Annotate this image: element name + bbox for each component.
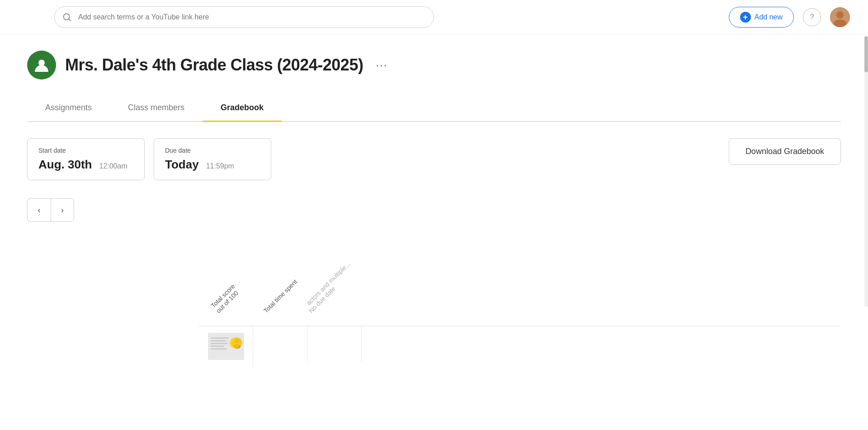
svg-rect-11 xyxy=(211,348,227,350)
avatar[interactable] xyxy=(830,7,850,27)
svg-point-3 xyxy=(836,11,844,19)
score-cell xyxy=(253,326,307,362)
scrollbar[interactable] xyxy=(864,36,868,307)
svg-line-1 xyxy=(69,19,71,20)
plus-icon: + xyxy=(740,12,751,23)
col-header-total-score: Total score out of 100 xyxy=(199,231,253,326)
main-content: Mrs. Dale's 4th Grade Class (2024-2025) … xyxy=(0,34,868,367)
gradebook-area: Total score out of 100 Total time spent … xyxy=(27,231,841,367)
col-header-total-time: Total time spent xyxy=(253,231,307,326)
top-bar-right: + Add new ? xyxy=(729,7,850,28)
col-header-total-time-text: Total time spent xyxy=(262,278,299,314)
due-date-main: Today xyxy=(165,158,199,172)
col-header-factors-text: Factors and multiple... No due date xyxy=(307,260,357,314)
svg-rect-8 xyxy=(211,340,226,341)
search-container xyxy=(54,6,434,28)
download-gradebook-button[interactable]: Download Gradebook xyxy=(729,138,841,165)
start-date-main: Aug. 30th xyxy=(38,158,92,172)
thumbnail-cell[interactable] xyxy=(199,326,253,367)
date-cards-row: Start date Aug. 30th 12:00am Due date To… xyxy=(27,138,841,180)
factors-cell xyxy=(362,326,416,362)
due-date-label: Due date xyxy=(165,147,260,154)
start-date-value: Aug. 30th 12:00am xyxy=(38,158,133,172)
next-button[interactable]: › xyxy=(51,198,74,222)
help-icon: ? xyxy=(810,13,814,21)
more-options-button[interactable]: ··· xyxy=(372,57,391,73)
scrollbar-thumb[interactable] xyxy=(864,36,868,72)
start-date-time: 12:00am xyxy=(99,162,127,170)
add-new-button[interactable]: + Add new xyxy=(729,7,794,28)
svg-rect-7 xyxy=(211,337,229,339)
due-date-card: Due date Today 11:59pm xyxy=(154,138,271,180)
assignment-thumbnail xyxy=(208,333,244,360)
tabs: Assignments Class members Gradebook xyxy=(27,96,841,122)
add-new-label: Add new xyxy=(755,13,783,21)
svg-point-13 xyxy=(235,339,239,343)
date-section: Start date Aug. 30th 12:00am Due date To… xyxy=(27,138,841,180)
class-icon xyxy=(27,51,56,79)
class-header: Mrs. Dale's 4th Grade Class (2024-2025) … xyxy=(27,51,841,79)
search-icon xyxy=(62,13,71,22)
svg-point-14 xyxy=(233,344,241,349)
due-date-time: 11:59pm xyxy=(206,162,234,170)
search-input[interactable] xyxy=(54,6,434,28)
avatar-image xyxy=(830,7,850,27)
tab-class-members[interactable]: Class members xyxy=(110,96,203,122)
gradebook-row xyxy=(199,326,841,367)
time-cell xyxy=(307,326,362,362)
help-button[interactable]: ? xyxy=(803,8,821,26)
col-header-total-score-text: Total score out of 100 xyxy=(210,282,242,314)
due-date-value: Today 11:59pm xyxy=(165,158,260,172)
col-header-factors: Factors and multiple... No due date xyxy=(307,231,362,326)
prev-button[interactable]: ‹ xyxy=(27,198,51,222)
svg-rect-10 xyxy=(211,346,224,347)
tab-assignments[interactable]: Assignments xyxy=(27,96,110,122)
column-headers: Total score out of 100 Total time spent … xyxy=(199,231,841,326)
start-date-label: Start date xyxy=(38,147,133,154)
start-date-card: Start date Aug. 30th 12:00am xyxy=(27,138,145,180)
svg-point-12 xyxy=(231,337,242,348)
tab-gradebook[interactable]: Gradebook xyxy=(203,96,282,122)
top-bar: + Add new ? xyxy=(0,0,868,34)
nav-arrows: ‹ › xyxy=(27,198,841,222)
class-title: Mrs. Dale's 4th Grade Class (2024-2025) xyxy=(65,56,363,75)
svg-rect-9 xyxy=(211,343,228,344)
svg-point-5 xyxy=(38,60,45,66)
